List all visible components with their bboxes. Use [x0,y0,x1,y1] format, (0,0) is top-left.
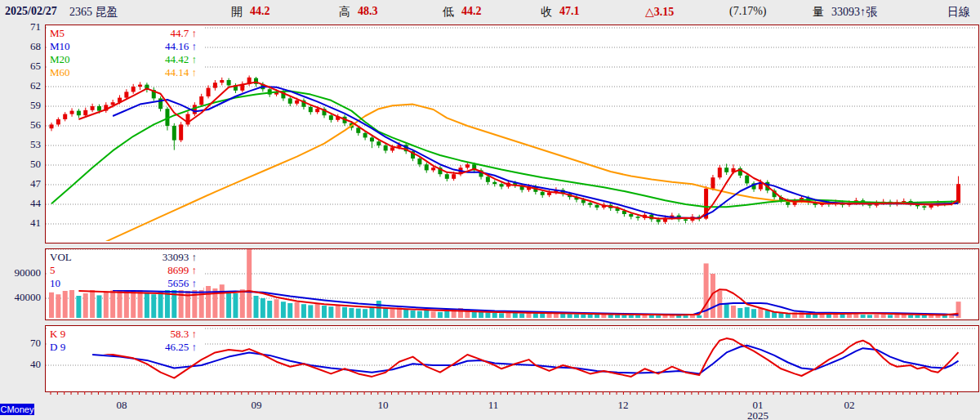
legend-row: D 946.25 ↑ [47,341,203,354]
month-label: 02 [844,399,855,412]
date-label: 2025/02/27 [5,5,57,18]
y-axis-label: 50 [0,158,45,171]
volume-value: 33093↑張 [831,5,877,20]
y-axis-label: 56 [0,118,45,132]
volume-label: 量 [813,5,824,20]
y-axis-label: 41 [0,217,45,230]
stock-id-name: 2365 昆盈 [69,5,118,20]
y-axis-label: 90000 [0,266,45,279]
month-label: 08 [117,399,127,412]
cmoney-watermark: CMoney [0,404,34,415]
month-label: 12 [618,399,629,412]
info-bar: 2025/02/27 2365 昆盈 開 44.2 高 48.3 低 44.2 … [0,0,980,23]
low-value: 44.2 [461,5,482,18]
close-label: 收 [541,5,552,20]
y-axis-label: 40000 [0,291,45,304]
kd-legend: K 958.3 ↑D 946.25 ↑ [47,328,203,354]
year-label: 2025 [747,409,768,420]
y-axis-label: 59 [0,99,45,112]
change-value: △3.15 [645,5,674,19]
legend-row: K 958.3 ↑ [47,328,203,341]
month-label: 11 [488,399,499,412]
kd-panel[interactable]: K 958.3 ↑D 946.25 ↑ [45,325,979,392]
month-label: 10 [378,399,389,412]
high-label: 高 [339,5,350,20]
legend-row: M544.7 ↑ [47,27,203,40]
open-label: 開 [231,5,243,20]
volume-legend: VOL33093 ↑58699 ↑105656 ↑ [47,251,203,290]
y-axis-label: 71 [0,20,45,34]
main-candlestick-panel[interactable]: M544.7 ↑M1044.16 ↑M2044.42 ↑M6044.14 ↑ [45,25,979,244]
close-value: 47.1 [559,5,580,18]
legend-row: M6044.14 ↑ [47,66,203,79]
legend-row: VOL33093 ↑ [47,251,203,264]
y-axis-label: 62 [0,79,45,92]
change-pct: (7.17%) [729,5,767,18]
legend-row: M1044.16 ↑ [47,40,203,53]
x-axis-ticks [45,391,978,398]
legend-row: 58699 ↑ [47,264,203,277]
legend-row: 105656 ↑ [47,277,203,290]
low-label: 低 [443,5,454,20]
y-axis-label: 40 [0,358,45,371]
y-axis-label: 53 [0,138,45,151]
stock-chart-window: 2025/02/27 2365 昆盈 開 44.2 高 48.3 低 44.2 … [0,0,980,420]
open-value: 44.2 [250,5,270,18]
month-label: 09 [252,399,262,412]
high-value: 48.3 [358,5,378,18]
volume-panel[interactable]: VOL33093 ↑58699 ↑105656 ↑ [45,248,979,320]
y-axis-label: 70 [0,337,45,350]
y-axis-label: 68 [0,40,45,53]
y-axis-label: 47 [0,177,45,190]
y-axis-label: 44 [0,197,45,210]
legend-row: M2044.42 ↑ [47,53,203,66]
y-axis-label: 65 [0,60,45,73]
period-selector[interactable]: 日線 [947,5,970,20]
ma-legend: M544.7 ↑M1044.16 ↑M2044.42 ↑M6044.14 ↑ [47,27,203,79]
